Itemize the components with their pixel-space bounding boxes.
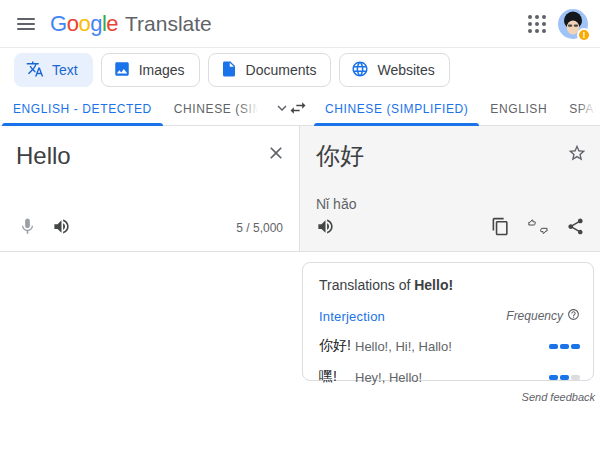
logo-letter: g (90, 11, 102, 37)
rate-translation-button[interactable] (527, 217, 549, 240)
source-lang-chinese[interactable]: CHINESE (SIMPLIFIED) (163, 92, 269, 126)
google-translate-logo[interactable]: G o o g l e Translate (50, 11, 212, 37)
top-app-bar: G o o g l e Translate ! (0, 0, 600, 48)
character-counter: 5 / 5,000 (236, 221, 283, 235)
translation-actions (491, 217, 585, 240)
frequency-header: Frequency (506, 308, 580, 324)
translations-card: Translations of Hello! Interjection Freq… (302, 262, 594, 381)
lang-tab-label: CHINESE (SIMPLIFIED) (174, 102, 258, 116)
hamburger-menu-icon[interactable] (17, 18, 35, 30)
globe-icon (351, 60, 369, 81)
translation-glosses: Hello!, Hi!, Hallo! (355, 339, 549, 354)
target-panel: 你好 Nǐ hǎo (300, 126, 600, 251)
frequency-bars (549, 375, 580, 380)
translated-text: 你好 (316, 141, 364, 171)
lang-tab-label: CHINESE (SIMPLIFIED) (325, 102, 468, 116)
tab-label: Websites (377, 62, 434, 78)
source-panel: Hello 5 / 5,000 (0, 126, 300, 251)
part-of-speech-row: Interjection Frequency (319, 308, 580, 324)
tab-label: Documents (246, 62, 317, 78)
part-of-speech-label: Interjection (319, 309, 385, 324)
speaker-icon (316, 217, 335, 240)
thumbs-up-down-icon (527, 217, 549, 240)
tab-label: Text (52, 62, 78, 78)
avatar-alert-badge: ! (577, 28, 591, 42)
frequency-label: Frequency (506, 309, 563, 323)
swap-languages-button[interactable] (286, 99, 310, 119)
logo-product-name: Translate (125, 12, 212, 36)
translation-row[interactable]: 你好! Hello!, Hi!, Hallo! (319, 337, 580, 355)
listen-translation-button[interactable] (316, 217, 335, 240)
tab-websites[interactable]: Websites (339, 53, 449, 87)
document-icon (220, 60, 238, 81)
translation-term: 嘿! (319, 368, 355, 386)
logo-letter: e (106, 11, 118, 37)
lang-tab-label: SPANISH (569, 102, 596, 116)
translations-card-title: Translations of Hello! (319, 277, 580, 293)
logo-letter: o (78, 11, 90, 37)
translate-icon (26, 60, 44, 81)
save-translation-button[interactable] (567, 143, 587, 167)
translate-mode-tabs: Text Images Documents Websites (14, 53, 450, 87)
tab-text[interactable]: Text (14, 53, 93, 87)
google-translate-app: G o o g l e Translate ! (0, 0, 600, 450)
header-actions: ! (528, 9, 588, 39)
avatar[interactable]: ! (558, 9, 588, 39)
copy-icon (491, 217, 510, 240)
microphone-icon (18, 217, 37, 240)
copy-translation-button[interactable] (491, 217, 510, 240)
image-icon (113, 60, 131, 81)
microphone-button[interactable] (18, 217, 37, 240)
close-icon (266, 143, 286, 167)
google-apps-icon[interactable] (528, 15, 546, 33)
speaker-icon (52, 217, 71, 240)
help-icon[interactable] (567, 308, 580, 324)
tab-documents[interactable]: Documents (208, 53, 332, 87)
lang-tab-label: ENGLISH - DETECTED (13, 102, 152, 116)
share-translation-button[interactable] (566, 217, 585, 240)
star-icon (567, 143, 587, 167)
target-lang-spanish[interactable]: SPANISH (558, 92, 600, 126)
translation-term: 你好! (319, 337, 355, 355)
language-bar: ENGLISH - DETECTED CHINESE (SIMPLIFIED) … (0, 92, 600, 126)
clear-source-text-button[interactable] (266, 143, 286, 167)
translation-row[interactable]: 嘿! Hey!, Hello! (319, 368, 580, 386)
source-lang-english-detected[interactable]: ENGLISH - DETECTED (2, 92, 163, 126)
tab-images[interactable]: Images (101, 53, 200, 87)
title-word: Hello! (414, 277, 453, 293)
lang-tab-label: ENGLISH (490, 102, 547, 116)
logo-letter: o (67, 11, 79, 37)
title-prefix: Translations of (319, 277, 410, 293)
source-language-tabs: ENGLISH - DETECTED CHINESE (SIMPLIFIED) (2, 92, 295, 126)
translation-glosses: Hey!, Hello! (355, 370, 549, 385)
translate-box: Hello 5 / 5,000 你好 (0, 126, 600, 252)
listen-source-button[interactable] (52, 217, 71, 240)
frequency-bars (549, 344, 580, 349)
swap-arrows-icon (288, 98, 308, 121)
target-lang-english[interactable]: ENGLISH (479, 92, 558, 126)
transliteration: Nǐ hǎo (316, 196, 356, 212)
send-feedback-link[interactable]: Send feedback (522, 391, 595, 403)
target-lang-chinese-simplified[interactable]: CHINESE (SIMPLIFIED) (314, 92, 479, 126)
tab-label: Images (139, 62, 185, 78)
share-icon (566, 217, 585, 240)
logo-letter: G (50, 11, 67, 37)
target-language-tabs: CHINESE (SIMPLIFIED) ENGLISH SPANISH (314, 92, 600, 126)
source-text-input[interactable]: Hello (16, 141, 71, 171)
